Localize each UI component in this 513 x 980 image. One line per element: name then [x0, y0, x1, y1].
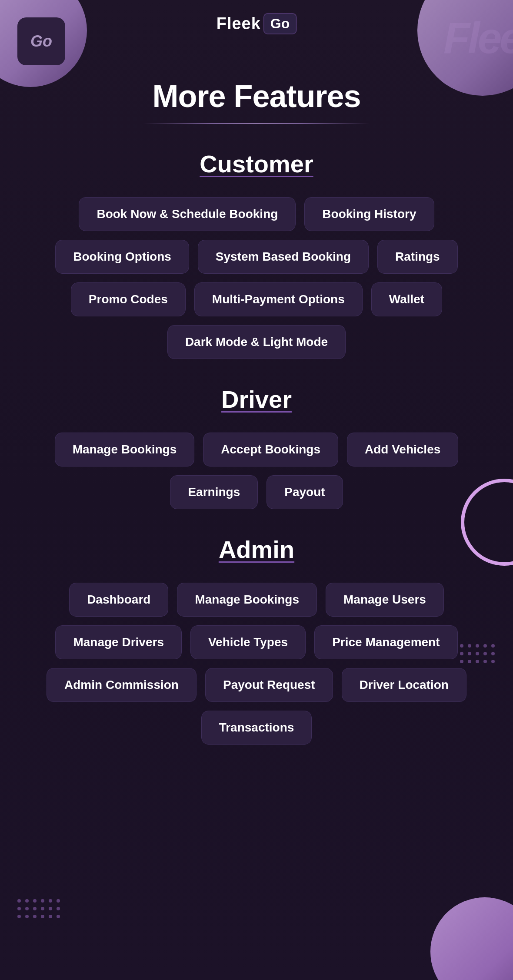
tag-add-vehicles[interactable]: Add Vehicles: [347, 433, 458, 467]
deco-dots-bottom-left: [17, 899, 61, 919]
tag-earnings[interactable]: Earnings: [170, 475, 258, 509]
tag-payout[interactable]: Payout: [266, 475, 343, 509]
main-content: More Features Customer Book Now & Schedu…: [0, 0, 513, 771]
tag-promo-codes[interactable]: Promo Codes: [71, 282, 186, 316]
tag-dashboard[interactable]: Dashboard: [69, 583, 168, 617]
tag-manage-users[interactable]: Manage Users: [326, 583, 444, 617]
admin-tags: Dashboard Manage Bookings Manage Users M…: [26, 583, 487, 745]
driver-section-title: Driver: [221, 385, 292, 413]
tag-book-now[interactable]: Book Now & Schedule Booking: [79, 197, 296, 231]
driver-tags: Manage Bookings Accept Bookings Add Vehi…: [26, 433, 487, 509]
tag-transactions[interactable]: Transactions: [201, 711, 312, 745]
tag-manage-bookings-driver[interactable]: Manage Bookings: [55, 433, 195, 467]
tag-admin-commission[interactable]: Admin Commission: [47, 668, 197, 702]
title-underline: [143, 123, 370, 124]
tag-payout-request[interactable]: Payout Request: [205, 668, 333, 702]
admin-section: Admin Dashboard Manage Bookings Manage U…: [26, 535, 487, 745]
driver-section: Driver Manage Bookings Accept Bookings A…: [26, 385, 487, 509]
customer-tags: Book Now & Schedule Booking Booking Hist…: [26, 197, 487, 359]
tag-manage-bookings-admin[interactable]: Manage Bookings: [177, 583, 317, 617]
tag-ratings[interactable]: Ratings: [377, 240, 458, 274]
tag-wallet[interactable]: Wallet: [371, 282, 442, 316]
tag-driver-location[interactable]: Driver Location: [342, 668, 466, 702]
tag-price-management[interactable]: Price Management: [314, 625, 457, 659]
tag-accept-bookings[interactable]: Accept Bookings: [203, 433, 338, 467]
page-title: More Features: [152, 78, 360, 114]
tag-dark-mode[interactable]: Dark Mode & Light Mode: [167, 325, 346, 359]
deco-circle-bottom-right: [430, 897, 513, 980]
tag-system-based-booking[interactable]: System Based Booking: [198, 240, 369, 274]
tag-booking-history[interactable]: Booking History: [304, 197, 434, 231]
tag-vehicle-types[interactable]: Vehicle Types: [190, 625, 306, 659]
customer-section: Customer Book Now & Schedule Booking Boo…: [26, 150, 487, 359]
admin-section-title: Admin: [219, 535, 294, 564]
customer-section-title: Customer: [200, 150, 313, 178]
tag-manage-drivers[interactable]: Manage Drivers: [55, 625, 182, 659]
tag-booking-options[interactable]: Booking Options: [55, 240, 189, 274]
tag-multi-payment[interactable]: Multi-Payment Options: [194, 282, 363, 316]
